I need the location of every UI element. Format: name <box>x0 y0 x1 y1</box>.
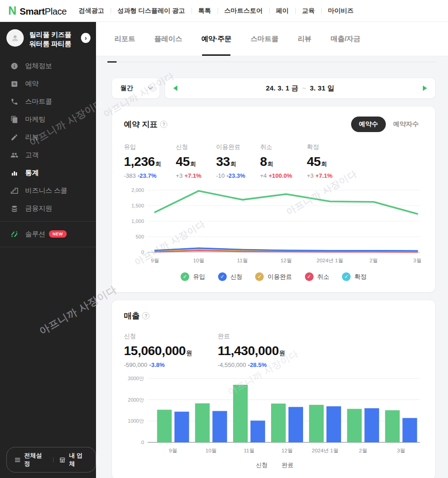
period-value: 월간 <box>120 84 133 92</box>
metric-completed: 이용완료 33회 -10-23.3% <box>216 143 245 179</box>
sidebar-divider <box>0 247 96 247</box>
sidebar-item-statistics[interactable]: 통계 <box>0 164 96 182</box>
card-title: 예약 지표 <box>124 119 157 130</box>
top-menu-item-pay[interactable]: 페이 <box>263 7 289 15</box>
svg-text:3월: 3월 <box>397 448 405 453</box>
svg-text:1000만: 1000만 <box>128 418 144 424</box>
period-select[interactable]: 월간 <box>112 78 160 99</box>
tab-place[interactable]: 플레이스 <box>155 22 182 56</box>
legend-item-requested[interactable]: ✓신청 <box>218 272 243 281</box>
svg-text:12월: 12월 <box>281 258 292 263</box>
sidebar-expand-button[interactable]: › <box>81 33 91 43</box>
my-business-button[interactable]: 내 업체 <box>59 451 88 468</box>
prev-period-button[interactable] <box>173 85 177 91</box>
sidebar: 릴리풀 키즈풀 워터룸 파티룸 › 업체정보 N 예약 스마트콜 마케팅 리뷰 … <box>0 22 96 478</box>
chevron-down-icon <box>148 86 153 90</box>
reservation-metrics-card: 예약 지표 ? 예약수 예약자수 유입 1,236회 -383-23.7% 신청… <box>112 106 436 292</box>
metric-sales-completed: 완료 11,430,000원 -4,550,000-28.5% <box>218 332 285 368</box>
legend-item-completed[interactable]: ✓이용완료 <box>255 272 292 281</box>
sidebar-footer: 전체설정 내 업체 <box>6 447 96 473</box>
next-period-button[interactable] <box>423 85 427 91</box>
tab-reservation-order[interactable]: 예약·주문 <box>201 22 231 56</box>
svg-text:500: 500 <box>136 234 144 239</box>
svg-text:9월: 9월 <box>151 258 159 263</box>
date-navigator: 24. 3. 1 금~3. 31 일 <box>165 78 436 99</box>
school-icon <box>11 187 18 195</box>
legend-item-sales-completed: 완료 <box>280 461 293 469</box>
sidebar-item-reservation[interactable]: N 예약 <box>0 75 96 93</box>
svg-text:N: N <box>13 82 16 86</box>
metric-inflow: 유입 1,236회 -383-23.7% <box>124 143 161 179</box>
metric-cancelled: 취소 8회 +4+100.0% <box>260 143 293 179</box>
sidebar-item-solution[interactable]: 솔루션 NEW <box>0 225 96 243</box>
line-chart-svg: 05001,0001,5002,0009월10월11월12월2024년 1월2월… <box>124 186 423 268</box>
business-avatar[interactable] <box>6 29 24 47</box>
date-selector-row: 월간 24. 3. 1 금~3. 31 일 <box>112 78 436 99</box>
global-settings-button[interactable]: 전체설정 <box>14 451 48 468</box>
tab-sales-funds[interactable]: 매출/자금 <box>331 22 360 56</box>
tilde: ~ <box>302 84 306 92</box>
hamburger-icon <box>14 457 21 463</box>
business-name: 릴리풀 키즈풀 워터룸 파티룸 <box>29 30 77 49</box>
main-area: 리포트 플레이스 예약·주문 스마트콜 리뷰 매출/자금 월간 24. 3. 1… <box>96 22 448 478</box>
solution-icon <box>11 230 18 238</box>
reservation-line-chart: 05001,0001,5002,0009월10월11월12월2024년 1월2월… <box>124 186 423 270</box>
sales-metrics: 신청 15,060,000원 -590,000-3.8% 완료 11,430,0… <box>124 332 423 368</box>
svg-text:0: 0 <box>141 250 144 255</box>
svg-text:1,500: 1,500 <box>131 203 144 208</box>
top-menu-item-smartstore[interactable]: 스마트스토어 <box>211 7 263 15</box>
legend-item-confirmed[interactable]: ✓확정 <box>342 272 367 281</box>
tab-report[interactable]: 리포트 <box>114 22 135 56</box>
new-badge: NEW <box>49 230 67 238</box>
top-menu-item-searchad[interactable]: 검색광고 <box>79 7 104 15</box>
svg-text:10월: 10월 <box>193 258 204 263</box>
top-menu-item-edu[interactable]: 교육 <box>289 7 315 15</box>
count-type-toggle: 예약수 예약자수 <box>351 117 423 132</box>
top-bar: N Smart Place 검색광고 성과형 디스플레이 광고 톡톡 스마트스토… <box>0 0 448 22</box>
info-icon <box>11 62 18 70</box>
bar-chart-svg: 01000만2000만3000만9월10월11월12월2024년 1월2월3월 <box>124 375 423 458</box>
date-range: 24. 3. 1 금~3. 31 일 <box>266 84 334 93</box>
check-circle-icon: ✓ <box>305 272 314 281</box>
sidebar-item-smartcall[interactable]: 스마트콜 <box>0 93 96 111</box>
svg-text:3월: 3월 <box>413 258 421 263</box>
legend-item-cancelled[interactable]: ✓취소 <box>305 272 330 281</box>
legend-item-sales-requested: 신청 <box>254 461 267 469</box>
svg-text:10월: 10월 <box>206 448 217 453</box>
svg-text:11월: 11월 <box>237 258 248 263</box>
legend-item-inflow[interactable]: ✓유입 <box>181 272 205 281</box>
tab-smartcall[interactable]: 스마트콜 <box>251 22 278 56</box>
logo-place-text: Place <box>45 6 67 17</box>
sidebar-item-finance[interactable]: 금융지원 <box>0 200 96 218</box>
naver-n-icon: N <box>8 4 16 17</box>
calendar-icon: N <box>11 80 18 88</box>
svg-text:2024년 1월: 2024년 1월 <box>317 258 343 263</box>
pencil-icon <box>11 133 18 141</box>
svg-text:2000만: 2000만 <box>128 397 144 403</box>
svg-text:12월: 12월 <box>282 448 293 453</box>
sidebar-item-business-info[interactable]: 업체정보 <box>0 57 96 75</box>
business-header: 릴리풀 키즈풀 워터룸 파티룸 › <box>0 22 96 53</box>
sidebar-item-review[interactable]: 리뷰 <box>0 128 96 146</box>
marketing-icon <box>11 116 18 123</box>
svg-text:2월: 2월 <box>359 448 367 453</box>
sidebar-item-marketing[interactable]: 마케팅 <box>0 111 96 128</box>
logo-smart-text: Smart <box>20 6 45 17</box>
top-menu-item-talktalk[interactable]: 톡톡 <box>185 7 211 15</box>
stats-icon <box>11 169 18 177</box>
sales-card: 매출 ? 신청 15,060,000원 -590,000-3.8% 완료 11,… <box>112 300 436 478</box>
tab-review[interactable]: 리뷰 <box>298 22 311 56</box>
toggle-reservation-persons[interactable]: 예약자수 <box>389 117 423 132</box>
check-circle-icon: ✓ <box>218 272 227 281</box>
top-menu-item-mybiz[interactable]: 마이비즈 <box>315 7 354 15</box>
help-icon[interactable]: ? <box>142 312 149 319</box>
sidebar-item-customers[interactable]: 고객 <box>0 146 96 164</box>
svg-text:2,000: 2,000 <box>131 187 144 193</box>
top-menu-item-displayad[interactable]: 성과형 디스플레이 광고 <box>104 7 185 15</box>
toggle-reservation-count[interactable]: 예약수 <box>351 117 386 132</box>
sidebar-item-business-school[interactable]: 비즈니스 스쿨 <box>0 182 96 200</box>
smartplace-logo[interactable]: N Smart Place <box>8 4 67 17</box>
svg-text:9월: 9월 <box>169 448 177 453</box>
help-icon[interactable]: ? <box>160 121 167 128</box>
avatar-placeholder-icon <box>11 33 20 42</box>
